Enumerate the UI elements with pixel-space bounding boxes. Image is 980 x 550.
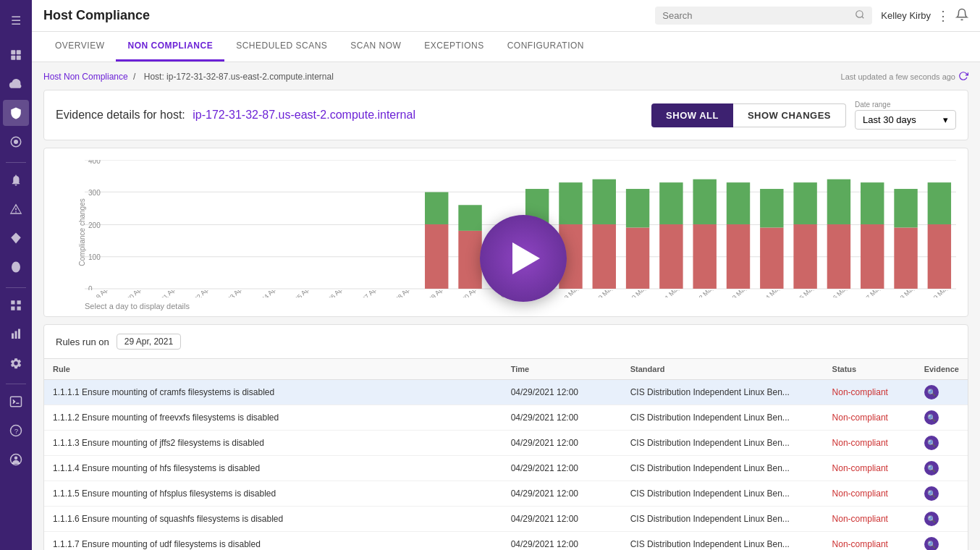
shield-icon[interactable]	[3, 100, 29, 126]
table-row[interactable]: 1.1.1.3 Ensure mounting of jffs2 filesys…	[44, 431, 968, 456]
svg-rect-14	[11, 397, 22, 407]
host-link[interactable]: ip-172-31-32-87.us-east-2.compute.intern…	[193, 109, 415, 121]
alert-icon[interactable]	[3, 196, 29, 222]
nav-tabs: OVERVIEW NON COMPLIANCE SCHEDULED SCANS …	[32, 32, 980, 62]
tab-scan-now[interactable]: SCAN NOW	[339, 32, 413, 62]
rule-standard: CIS Distribution Independent Linux Ben..…	[622, 431, 824, 456]
date-range-select[interactable]: Last 30 days ▾	[855, 110, 956, 130]
topbar: Host Compliance Kelley Kirby ⋮	[32, 0, 980, 32]
terminal-icon[interactable]	[3, 389, 29, 415]
view-toggle: SHOW ALL SHOW CHANGES	[651, 103, 846, 127]
chart-x-label: 10 May	[623, 290, 652, 297]
rule-evidence[interactable]: 🔍	[916, 507, 968, 532]
evidence-icon[interactable]: 🔍	[924, 436, 939, 450]
rules-header-row: Rules run on 29 Apr, 2021	[44, 325, 968, 359]
tab-non-compliance[interactable]: NON COMPLIANCE	[116, 32, 224, 62]
show-changes-button[interactable]: SHOW CHANGES	[733, 103, 846, 127]
chart-x-label: 16 May	[824, 290, 853, 297]
svg-line-20	[862, 17, 864, 19]
table-row[interactable]: 1.1.1.5 Ensure mounting of hfsplus files…	[44, 481, 968, 507]
chart-x-label: 09 May	[590, 290, 619, 297]
user-circle-icon[interactable]	[3, 447, 29, 473]
breadcrumb-separator: /	[133, 72, 138, 82]
svg-rect-33	[458, 231, 481, 289]
chart-icon[interactable]	[3, 321, 29, 347]
settings-icon[interactable]	[3, 350, 29, 376]
rule-evidence[interactable]: 🔍	[916, 532, 968, 551]
bell-icon[interactable]	[3, 167, 29, 193]
rule-time: 04/29/2021 12:00	[502, 431, 622, 456]
cloud-icon[interactable]	[3, 71, 29, 97]
chart-x-label: 12 May	[690, 290, 719, 297]
svg-point-6	[12, 262, 20, 273]
rule-evidence[interactable]: 🔍	[916, 481, 968, 507]
evidence-icon[interactable]: 🔍	[924, 385, 939, 399]
search-input[interactable]	[662, 10, 852, 21]
rule-name: 1.1.1.7 Ensure mounting of udf filesyste…	[44, 532, 502, 551]
table-row[interactable]: 1.1.1.6 Ensure mounting of squashfs file…	[44, 507, 968, 532]
refresh-icon[interactable]	[958, 71, 968, 82]
date-range-label: Date range	[855, 101, 890, 109]
rule-evidence[interactable]: 🔍	[916, 380, 968, 405]
breadcrumb-parent[interactable]: Host Non Compliance	[43, 72, 128, 82]
help-icon[interactable]: ?	[3, 418, 29, 444]
search-icon	[855, 9, 865, 22]
breadcrumb-current: Host: ip-172-31-32-87.us-east-2.compute.…	[144, 72, 334, 82]
tab-configuration[interactable]: CONFIGURATION	[496, 32, 596, 62]
notification-icon[interactable]	[955, 8, 968, 24]
evidence-icon[interactable]: 🔍	[924, 512, 939, 526]
evidence-icon[interactable]: 🔍	[924, 461, 939, 475]
svg-rect-40	[593, 179, 616, 224]
diamond-icon[interactable]	[3, 225, 29, 251]
show-all-button[interactable]: SHOW ALL	[651, 103, 733, 127]
svg-rect-47	[727, 224, 750, 289]
table-row[interactable]: 1.1.1.2 Ensure mounting of freevxfs file…	[44, 405, 968, 431]
rule-standard: CIS Distribution Independent Linux Ben..…	[622, 456, 824, 481]
rule-status: Non-compliant	[824, 431, 916, 456]
rule-standard: CIS Distribution Independent Linux Ben..…	[622, 405, 824, 431]
chart-x-label: 26 Apr	[321, 290, 350, 297]
sidebar: ☰ ?	[0, 0, 32, 550]
chart-x-label: 21 Apr	[154, 290, 183, 297]
chart-x-label: 11 May	[657, 290, 686, 297]
table-row[interactable]: 1.1.1.7 Ensure mounting of udf filesyste…	[44, 532, 968, 551]
rule-evidence[interactable]: 🔍	[916, 431, 968, 456]
search-box[interactable]	[655, 7, 872, 25]
evidence-icon[interactable]: 🔍	[924, 486, 939, 501]
svg-rect-32	[425, 192, 448, 224]
rule-evidence[interactable]: 🔍	[916, 405, 968, 431]
svg-rect-44	[659, 182, 683, 224]
svg-rect-0	[11, 50, 15, 54]
col-header-rule: Rule	[44, 359, 502, 380]
hamburger-icon[interactable]: ☰	[3, 7, 29, 33]
svg-rect-41	[626, 227, 649, 289]
play-button[interactable]	[480, 215, 567, 302]
grid-icon[interactable]	[3, 292, 29, 318]
table-row[interactable]: 1.1.1.1 Ensure mounting of cramfs filesy…	[44, 380, 968, 405]
svg-rect-12	[15, 331, 17, 339]
ai-icon[interactable]	[3, 129, 29, 155]
more-icon[interactable]: ⋮	[937, 8, 950, 24]
rule-evidence[interactable]: 🔍	[916, 456, 968, 481]
run-on-date-badge: 29 Apr, 2021	[117, 334, 181, 350]
evidence-icon[interactable]: 🔍	[924, 410, 939, 425]
svg-rect-3	[17, 56, 21, 60]
tab-scheduled-scans[interactable]: SCHEDULED SCANS	[224, 32, 339, 62]
chart-x-label: 25 Apr	[288, 290, 317, 297]
rules-run-label: Rules run on	[56, 337, 109, 347]
svg-rect-53	[827, 224, 850, 289]
user-name: Kelley Kirby	[881, 10, 931, 21]
rules-table-wrapper[interactable]: Rule Time Standard Status Evidence 1.1.1…	[44, 359, 968, 550]
tab-overview[interactable]: OVERVIEW	[43, 32, 116, 62]
chart-container: Compliance changes 400 300 200 100 0	[43, 148, 968, 317]
table-row[interactable]: 1.1.1.4 Ensure mounting of hfs filesyste…	[44, 456, 968, 481]
home-icon[interactable]	[3, 42, 29, 68]
svg-rect-42	[626, 189, 649, 227]
evidence-icon[interactable]: 🔍	[924, 537, 939, 550]
svg-rect-31	[425, 224, 448, 289]
svg-rect-58	[894, 189, 917, 227]
tab-exceptions[interactable]: EXCEPTIONS	[413, 32, 495, 62]
brain-icon[interactable]	[3, 254, 29, 280]
svg-point-18	[14, 457, 18, 460]
rule-status: Non-compliant	[824, 481, 916, 507]
